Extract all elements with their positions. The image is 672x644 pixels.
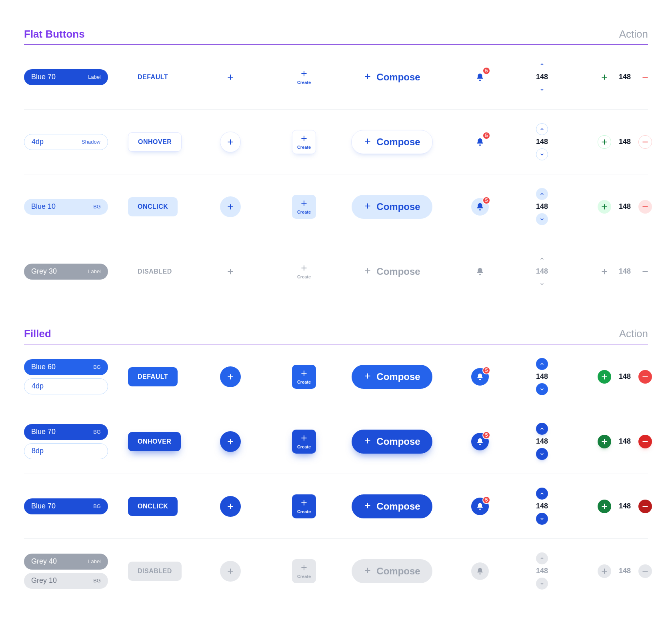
icon-button-plus[interactable] [220, 496, 241, 517]
stepper-horizontal: 148 [580, 500, 652, 513]
plus-icon [226, 567, 234, 575]
notification-button[interactable]: 5 [471, 133, 489, 151]
state-button[interactable]: DEFAULT [128, 367, 178, 386]
stepper-value: 148 [617, 267, 633, 276]
plus-icon [364, 202, 372, 210]
plus-icon [600, 138, 608, 146]
chevron-up-icon [539, 256, 545, 262]
state-button[interactable]: ONCLICK [128, 197, 178, 216]
stepper-minus[interactable] [638, 200, 652, 214]
minus-icon [641, 438, 649, 446]
stepper-minus[interactable] [638, 135, 652, 149]
chip: Blue 10 BG [24, 199, 108, 215]
stepper-plus[interactable] [598, 435, 611, 448]
notification-button[interactable]: 5 [471, 198, 489, 216]
stepper-minus[interactable] [638, 500, 652, 513]
compose-button[interactable]: Compose [352, 65, 432, 89]
create-button[interactable]: Create [292, 65, 316, 89]
stepper-minus[interactable] [638, 370, 652, 384]
compose-button: Compose [352, 559, 432, 583]
icon-button-plus[interactable] [220, 366, 241, 387]
stepper-down[interactable] [536, 213, 548, 225]
stepper-down[interactable] [536, 448, 548, 460]
stepper-down[interactable] [536, 383, 548, 395]
icon-button-plus[interactable] [220, 196, 241, 217]
stepper-down[interactable] [536, 148, 548, 160]
plus-icon [600, 268, 608, 276]
stepper-horizontal: 148 [580, 70, 652, 84]
notification-button[interactable]: 5 [471, 498, 489, 515]
chip: Grey 10 BG [24, 573, 108, 589]
state-button[interactable]: ONCLICK [128, 497, 178, 516]
stepper-value: 148 [536, 372, 548, 381]
plus-icon [364, 502, 372, 510]
stepper-plus [598, 265, 611, 278]
stepper-minus [638, 564, 652, 578]
bell-icon [476, 138, 484, 146]
create-button[interactable]: Create [292, 195, 316, 219]
row-filled-disabled: Grey 40 Label Grey 10 BG DISABLED Create… [24, 539, 648, 603]
row-filled-default: Blue 60 BG 4dp DEFAULT Create Compose 5 … [24, 344, 648, 409]
notification-button[interactable]: 5 [471, 68, 489, 86]
chip: Grey 40 Label [24, 554, 108, 570]
stepper-minus[interactable] [638, 70, 652, 84]
icon-button-plus[interactable] [220, 431, 241, 452]
chip-text: Blue 60 [31, 363, 56, 371]
icon-button-plus [220, 561, 241, 582]
compose-button[interactable]: Compose [352, 365, 432, 389]
plus-icon [364, 437, 372, 445]
compose-button[interactable]: Compose [352, 494, 432, 518]
stepper-minus[interactable] [638, 435, 652, 448]
stepper-down[interactable] [536, 84, 548, 96]
state-button[interactable]: ONHOVER [128, 432, 181, 451]
plus-icon [364, 137, 372, 145]
stepper-up[interactable] [536, 488, 548, 500]
create-label: Create [297, 274, 311, 279]
plus-icon [300, 199, 308, 207]
stepper-value: 148 [536, 502, 548, 510]
compose-button[interactable]: Compose [351, 130, 432, 154]
plus-icon [300, 564, 308, 572]
stepper-up[interactable] [536, 58, 548, 70]
compose-button[interactable]: Compose [352, 195, 432, 219]
compose-label: Compose [376, 501, 420, 512]
chip-tag: Label [88, 74, 101, 80]
chip: Blue 70 Label [24, 69, 108, 85]
stepper-plus[interactable] [598, 500, 611, 513]
stepper-down[interactable] [536, 513, 548, 525]
stepper-up[interactable] [536, 423, 548, 435]
stepper-value: 148 [536, 437, 548, 446]
compose-label: Compose [376, 371, 420, 382]
icon-button-plus[interactable] [220, 132, 241, 152]
create-label: Create [297, 574, 311, 579]
minus-icon [641, 268, 649, 276]
stepper-plus[interactable] [598, 135, 611, 149]
chip: 4dp [24, 378, 108, 394]
stepper-up[interactable] [536, 188, 548, 200]
stepper-value: 148 [617, 202, 633, 211]
chips: Blue 60 BG 4dp [24, 359, 116, 394]
stepper-plus[interactable] [598, 370, 611, 384]
state-button[interactable]: DEFAULT [128, 68, 178, 87]
stepper-down [536, 578, 548, 590]
plus-icon [300, 264, 308, 272]
plus-icon [300, 70, 308, 78]
stepper-plus[interactable] [598, 200, 611, 214]
stepper-horizontal: 148 [580, 370, 652, 384]
create-button[interactable]: Create [292, 130, 316, 154]
create-button[interactable]: Create [292, 365, 316, 389]
compose-button[interactable]: Compose [352, 430, 432, 454]
icon-button-plus[interactable] [220, 67, 241, 88]
stepper-up[interactable] [536, 123, 548, 135]
notification-button[interactable]: 5 [471, 368, 489, 386]
state-button[interactable]: ONHOVER [128, 132, 182, 152]
minus-icon [641, 73, 649, 81]
stepper-vertical: 148 [516, 188, 568, 225]
create-button[interactable]: Create [292, 494, 316, 518]
create-button[interactable]: Create [292, 430, 316, 454]
stepper-horizontal: 148 [580, 564, 652, 578]
stepper-plus[interactable] [598, 70, 611, 84]
stepper-up[interactable] [536, 358, 548, 370]
notification-button[interactable]: 5 [471, 433, 489, 450]
plus-icon [600, 502, 608, 510]
